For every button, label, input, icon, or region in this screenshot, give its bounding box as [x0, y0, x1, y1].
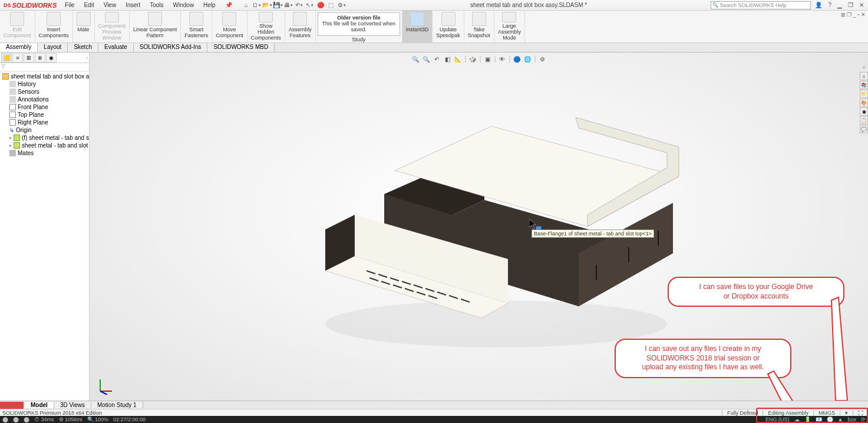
taskpane-expand-icon[interactable]: «: [860, 63, 868, 71]
tree-item-history[interactable]: History: [1, 80, 88, 88]
close-button[interactable]: ✕: [857, 2, 866, 8]
tray-battery-icon[interactable]: 🔋: [804, 417, 811, 422]
tree-item-right-plane[interactable]: Right Plane: [1, 119, 88, 126]
undo-icon[interactable]: ↶: [295, 1, 304, 10]
tree-item-front-plane[interactable]: Front Plane: [1, 103, 88, 111]
tree-item-top-plane[interactable]: Top Plane: [1, 111, 88, 119]
panel-expand-icon[interactable]: ›: [86, 55, 88, 61]
ribbon-collapse[interactable]: ⊞ ❐ _ ▫ ✕: [839, 11, 868, 42]
taskpane-design-library-icon[interactable]: 📚: [860, 81, 868, 89]
taskpane-view-palette-icon[interactable]: 🎨: [860, 99, 868, 107]
maximize-button[interactable]: ❐: [846, 2, 855, 8]
take-snapshot-button[interactable]: Take Snapshot: [464, 11, 494, 42]
tray-refresh-icon[interactable]: ⟳: [861, 417, 866, 422]
menu-window[interactable]: Window: [169, 1, 199, 9]
tray-mail-icon[interactable]: 📧: [816, 417, 822, 422]
tree-item-part1[interactable]: ▸(f) sheet metal - tab and slot<1> -> (I: [1, 134, 88, 142]
apply-scene-icon[interactable]: 🌐: [523, 54, 532, 64]
tab-addins[interactable]: SOLIDWORKS Add-Ins: [134, 43, 207, 52]
help-icon[interactable]: ?: [826, 2, 833, 8]
select-icon[interactable]: ↖: [305, 1, 315, 10]
tree-item-origin[interactable]: ↳Origin: [1, 126, 88, 134]
menu-edit[interactable]: Edit: [79, 1, 98, 9]
expand-icon[interactable]: ▸: [9, 135, 12, 140]
graphics-viewport[interactable]: 🔍 🔍 ↶ ◧ 📐 🎲 ▣ 👁 🔵 🌐 ⚙ « ⌂ 📚 📁 🎨 ◉ 📋: [90, 53, 868, 401]
property-manager-tab[interactable]: ≡: [12, 53, 23, 63]
tab-motion-study[interactable]: Motion Study 1: [91, 402, 143, 408]
tab-assembly[interactable]: Assembly: [0, 43, 38, 52]
tree-item-annotations[interactable]: Annotations: [1, 96, 88, 103]
display-style-icon[interactable]: ▣: [483, 54, 492, 64]
menu-file[interactable]: File: [60, 1, 79, 9]
tab-mbd[interactable]: SOLIDWORKS MBD: [207, 43, 275, 52]
menu-pin-icon[interactable]: 📌: [220, 1, 237, 9]
linear-pattern-button[interactable]: Linear Component Pattern: [130, 11, 181, 42]
taskpane-custom-props-icon[interactable]: 📋: [860, 116, 868, 124]
move-component-button[interactable]: Move Component: [212, 11, 247, 42]
help-search[interactable]: Search SOLIDWORKS Help: [711, 1, 811, 9]
save-icon[interactable]: 💾: [273, 1, 283, 10]
section-view-icon[interactable]: ◧: [443, 54, 452, 64]
previous-view-icon[interactable]: ↶: [432, 54, 441, 64]
large-assembly-button[interactable]: Large Assembly Mode: [494, 11, 525, 42]
tab-evaluate[interactable]: Evaluate: [98, 43, 134, 52]
taskpane-appearances-icon[interactable]: ◉: [860, 107, 868, 116]
menu-help[interactable]: Help: [199, 1, 220, 9]
view-triad[interactable]: [97, 377, 114, 395]
login-icon[interactable]: 👤: [813, 2, 824, 8]
assembly-features-button[interactable]: Assembly Features: [285, 11, 316, 42]
tree-item-part2[interactable]: ▸sheet metal - tab and slot top<1> -...: [1, 142, 88, 149]
view-orientation-icon[interactable]: 🎲: [468, 54, 477, 64]
tree-root[interactable]: sheet metal tab and slot box assy: [1, 73, 88, 80]
settings-icon[interactable]: ⚙: [337, 1, 346, 10]
tray-box-icon[interactable]: box: [847, 417, 856, 422]
print-icon[interactable]: 🖶: [284, 1, 293, 10]
zoom-fit-icon[interactable]: 🔍: [411, 54, 420, 64]
smart-fasteners-button[interactable]: Smart Fasteners: [181, 11, 212, 42]
window-controls: 👤 ? ▁ ❐ ✕: [811, 2, 868, 8]
edit-appearance-icon[interactable]: 🔵: [512, 54, 522, 64]
rebuild-icon[interactable]: 🔴: [316, 1, 325, 10]
taskpane-resources-icon[interactable]: ⌂: [860, 72, 868, 80]
tree-item-mates[interactable]: Mates: [1, 149, 88, 157]
view-settings-icon[interactable]: ⚙: [537, 54, 547, 64]
update-speedpak-button[interactable]: Update Speedpak: [433, 11, 464, 42]
feature-manager-tab[interactable]: 🟨: [1, 53, 12, 63]
session-taskbar: ⬤ ⬤ ⬤ ⏱ 34ms ⚙ 1056mi 🔍 100% 02:27/2:00:…: [0, 416, 868, 423]
tree-filter[interactable]: ▽: [0, 63, 89, 71]
tree-item-sensors[interactable]: Sensors: [1, 88, 88, 96]
insert-components-button[interactable]: Insert Components: [35, 11, 73, 42]
display-manager-tab[interactable]: ◉: [46, 53, 57, 63]
tab-3d-views[interactable]: 3D Views: [54, 402, 91, 408]
dynamic-annotation-icon[interactable]: 📐: [453, 54, 463, 64]
expand-icon[interactable]: ▸: [9, 143, 12, 148]
tray-dropbox-icon[interactable]: ▲: [838, 417, 843, 422]
dimxpert-tab[interactable]: ⊕: [35, 53, 45, 63]
status-maximize-icon[interactable]: ⛶: [853, 410, 868, 416]
menu-insert[interactable]: Insert: [121, 1, 145, 9]
taskpane-file-explorer-icon[interactable]: 📁: [860, 90, 868, 98]
taskpane-forum-icon[interactable]: 💬: [860, 125, 868, 133]
tray-language[interactable]: ENG (US): [765, 417, 790, 422]
timeline-collapse[interactable]: [0, 402, 24, 409]
tray-cloud-icon[interactable]: ☁: [794, 417, 800, 422]
hide-show-icon[interactable]: 👁: [497, 54, 507, 64]
instant3d-button[interactable]: Instant3D: [402, 11, 433, 42]
new-icon[interactable]: 🗋: [252, 1, 262, 10]
menu-view[interactable]: View: [99, 1, 121, 9]
menu-tools[interactable]: Tools: [145, 1, 168, 9]
mate-button[interactable]: Mate: [73, 11, 95, 42]
tab-layout[interactable]: Layout: [38, 43, 68, 52]
zoom-area-icon[interactable]: 🔍: [421, 54, 431, 64]
configuration-manager-tab[interactable]: ⊞: [24, 53, 34, 63]
status-dropdown[interactable]: ▾: [840, 410, 853, 416]
tray-clock-icon[interactable]: 🕐: [827, 417, 833, 422]
status-units[interactable]: MMGS: [813, 410, 840, 416]
tab-model[interactable]: Model: [25, 402, 54, 408]
tab-sketch[interactable]: Sketch: [68, 43, 98, 52]
show-hidden-button[interactable]: Show Hidden Components: [247, 11, 285, 42]
options-icon[interactable]: ⬚: [326, 1, 336, 10]
minimize-button[interactable]: ▁: [836, 2, 844, 8]
home-icon[interactable]: ⌂: [242, 1, 251, 10]
open-icon[interactable]: 📂: [263, 1, 272, 10]
